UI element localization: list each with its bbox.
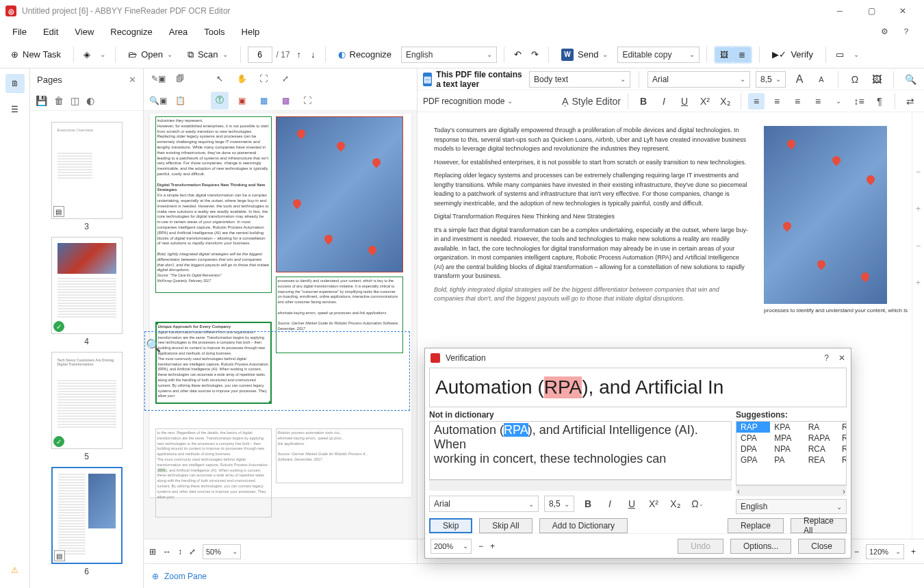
menu-file[interactable]: File <box>5 24 34 40</box>
close-button[interactable]: Close <box>798 539 845 554</box>
settings-icon[interactable]: ⚙ <box>877 25 891 38</box>
language-select[interactable]: English ⌄ <box>401 47 497 63</box>
zoom-pane-icon[interactable]: ⊕ <box>152 572 159 581</box>
move-horiz-icon[interactable]: ↔ <box>163 547 171 557</box>
align-right-button[interactable]: ≡ <box>789 93 806 110</box>
more-tools-icon[interactable]: ⌄ <box>851 48 862 61</box>
delete-area-tool-icon[interactable]: ⛶ <box>298 92 316 110</box>
suggestions-list[interactable]: RAPKPARAR CPAMPARAPAR DPANPARCAR GPAPARE… <box>736 421 847 485</box>
verification-textarea[interactable]: Automation (RPA), and Artificial Intelli… <box>429 421 732 480</box>
zoom-in-button[interactable]: + <box>911 547 916 557</box>
redo-button[interactable]: ↷ <box>528 47 541 62</box>
skip-button[interactable]: Skip <box>429 518 472 533</box>
options-button[interactable]: Options... <box>730 539 791 554</box>
menu-recognize[interactable]: Recognize <box>103 24 159 40</box>
skip-all-button[interactable]: Skip All <box>479 518 532 533</box>
move-vert-icon[interactable]: ↕ <box>178 547 182 557</box>
image-edit-icon[interactable]: ✎▣ <box>149 70 167 88</box>
picture-region[interactable] <box>276 116 403 272</box>
paragraph-style-select[interactable]: Body text⌄ <box>529 71 630 88</box>
menu-view[interactable]: View <box>68 24 101 40</box>
ver-subscript-button[interactable]: X₂ <box>667 496 684 512</box>
ver-bold-button[interactable]: B <box>580 496 596 512</box>
fullscreen-icon[interactable]: ⤢ <box>189 547 196 557</box>
verification-zoom-select[interactable]: 200%⌄ <box>431 539 472 554</box>
page-up-button[interactable]: ↑ <box>294 47 305 62</box>
image-zoom-select[interactable]: 50%⌄ <box>203 544 241 559</box>
decrease-font-icon[interactable]: A <box>813 71 830 88</box>
recognition-mode-dropdown[interactable]: PDF recognition mode⌄ <box>423 97 513 106</box>
undo-button[interactable]: Undo <box>678 539 723 554</box>
text-region[interactable]: industries they represent.However, for e… <box>155 116 272 293</box>
structure-icon[interactable]: ⊞ <box>149 547 156 557</box>
align-dropdown-icon[interactable]: ⌄ <box>830 93 847 110</box>
omega-icon[interactable]: Ω <box>847 71 863 88</box>
help-button[interactable]: ? <box>824 353 829 363</box>
ver-underline-button[interactable]: U <box>624 496 640 512</box>
image-canvas[interactable]: industries they represent.However, for e… <box>144 111 417 539</box>
view-image-button[interactable]: 🖼 <box>715 47 733 62</box>
crop-tool-icon[interactable]: ⛶ <box>255 70 272 88</box>
panel-expand-icon[interactable]: − <box>916 241 921 251</box>
suggestion-item[interactable]: RAP <box>736 422 770 433</box>
style-editor-button[interactable]: Ạ Style Editor <box>562 93 621 110</box>
page-thumbnail[interactable]: ✓ 4 <box>51 237 123 346</box>
menu-help[interactable]: Help <box>235 24 267 40</box>
add-pages-dropdown-icon[interactable]: ⌄ <box>97 48 108 61</box>
minimize-button[interactable]: ─ <box>824 0 856 22</box>
text-region[interactable]: to the next. Regardless of the details, … <box>155 429 272 517</box>
new-task-button[interactable]: ⊕ New Task <box>5 47 66 62</box>
ver-zoom-in-button[interactable]: + <box>490 541 495 551</box>
underline-button[interactable]: U <box>676 93 693 110</box>
page-number-input[interactable] <box>248 47 272 63</box>
image-search-icon[interactable]: 🔍▣ <box>149 92 167 110</box>
help-icon[interactable]: ？ <box>899 25 913 38</box>
panel-expand-icon[interactable]: + <box>916 204 921 214</box>
thumbnails-list[interactable]: Executive Overview▤ 3 ✓ 4 Tech Savvy Cus… <box>30 111 143 588</box>
panel-expand-icon[interactable]: + <box>916 278 921 287</box>
save-page-icon[interactable]: 💾 <box>36 95 47 106</box>
close-dialog-button[interactable]: ✕ <box>838 353 845 363</box>
page-thumbnail[interactable]: Tech Savvy Customers Are Driving Digital… <box>51 352 123 461</box>
close-window-button[interactable]: ✕ <box>887 0 919 22</box>
bookmarks-tab-button[interactable]: ☰ <box>5 100 25 119</box>
ver-italic-button[interactable]: I <box>602 496 618 512</box>
background-area-tool-icon[interactable]: ▩ <box>277 92 294 110</box>
zoom-out-button[interactable]: − <box>854 547 859 557</box>
view-text-button[interactable]: ≣ <box>733 47 751 62</box>
ver-superscript-button[interactable]: X² <box>645 496 662 512</box>
scan-button[interactable]: ⧉ Scan ⌄ <box>182 47 233 63</box>
verification-titlebar[interactable]: Verification ? ✕ <box>425 348 851 368</box>
bold-button[interactable]: B <box>635 93 652 110</box>
undo-button[interactable]: ↶ <box>511 47 524 62</box>
replace-all-button[interactable]: Replace All <box>791 518 847 533</box>
save-mode-select[interactable]: Editable copy ⌄ <box>617 47 700 63</box>
align-center-button[interactable]: ≡ <box>769 93 785 110</box>
subscript-button[interactable]: X₂ <box>717 93 734 110</box>
delete-page-icon[interactable]: 🗑 <box>54 95 64 106</box>
hand-tool-icon[interactable]: ✋ <box>233 70 251 88</box>
rtl-button[interactable]: ⇄ <box>902 93 919 110</box>
fit-tool-icon[interactable]: ⤢ <box>277 70 294 88</box>
pointer-tool-icon[interactable]: ↖ <box>211 70 229 88</box>
recognize-button[interactable]: ◐ Recognize <box>333 47 397 62</box>
text-area-tool-icon[interactable]: Ⓣ <box>211 92 229 110</box>
recognize-page-icon[interactable]: ◐ <box>86 95 94 106</box>
font-family-select[interactable]: Arial⌄ <box>647 71 750 88</box>
menu-tools[interactable]: Tools <box>197 24 231 40</box>
search-text-icon[interactable]: 🔍 <box>902 71 919 88</box>
increase-font-icon[interactable]: A <box>791 71 808 88</box>
image-paste-icon[interactable]: 📋 <box>171 92 189 110</box>
pilcrow-button[interactable]: ¶ <box>871 93 888 110</box>
ver-size-select[interactable]: 8,5⌄ <box>544 496 574 512</box>
text-zoom-select[interactable]: 120%⌄ <box>866 544 904 559</box>
page-thumbnail[interactable]: ▤ 6 <box>51 467 123 576</box>
h-scrollbar[interactable] <box>429 480 732 491</box>
picture-insert-icon[interactable]: 🖼 <box>869 71 885 88</box>
page-thumbnail[interactable]: Executive Overview▤ 3 <box>51 122 123 231</box>
pages-tab-button[interactable]: 🗎 <box>5 74 25 93</box>
analyze-page-icon[interactable]: ◫ <box>70 95 79 106</box>
line-spacing-button[interactable]: ↕≡ <box>851 93 867 110</box>
align-justify-button[interactable]: ≡ <box>810 93 826 110</box>
page-down-button[interactable]: ↓ <box>308 47 318 62</box>
